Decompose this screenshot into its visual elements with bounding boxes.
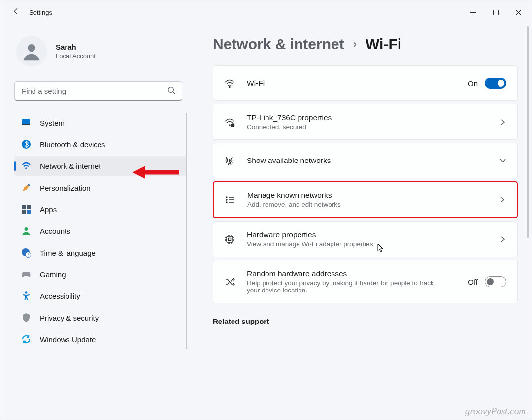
svg-rect-17 [232,124,234,127]
svg-point-21 [226,202,227,203]
svg-point-15 [229,86,230,87]
globe-clock-icon [21,248,31,258]
update-icon [21,334,31,344]
card-title: Show available networks [247,156,488,165]
related-support-heading: Related support [213,317,518,325]
bluetooth-icon [21,139,31,149]
chevron-right-icon [499,196,506,203]
svg-rect-10 [27,210,31,214]
nav-item-network[interactable]: Network & internet [14,156,187,176]
svg-rect-7 [22,205,26,209]
minimize-button[interactable] [462,4,484,20]
chevron-down-icon [499,157,506,164]
card-subtitle: Add, remove, and edit networks [247,201,487,208]
svg-point-2 [168,87,174,93]
wifi-icon [21,161,31,171]
svg-point-14 [25,291,28,294]
nav-item-bluetooth[interactable]: Bluetooth & devices [14,134,187,154]
wifi-toggle[interactable] [485,78,506,89]
card-hardware-properties[interactable]: Hardware properties View and manage Wi-F… [213,221,518,257]
nav-label: Gaming [40,270,66,279]
close-button[interactable] [507,4,530,20]
svg-point-11 [25,227,28,231]
card-title: Hardware properties [247,230,488,239]
sidebar: Sarah Local Account System Bluetooth & d… [0,24,195,420]
chevron-right-icon: › [353,38,357,51]
svg-point-6 [25,167,27,169]
back-button[interactable] [12,7,20,17]
nav-item-accessibility[interactable]: Accessibility [14,286,187,306]
nav-label: Bluetooth & devices [40,140,105,149]
nav-label: System [40,119,65,127]
apps-icon [21,204,31,214]
nav-list: System Bluetooth & devices Network & int… [14,113,187,349]
card-title: TP-Link_736C properties [247,113,488,122]
person-icon [21,226,31,236]
svg-rect-4 [22,124,30,126]
titlebar: Settings [0,0,532,24]
svg-rect-22 [227,236,233,242]
user-account-card[interactable]: Sarah Local Account [14,36,187,66]
card-subtitle: Connected, secured [247,123,488,130]
card-subtitle: Help protect your privacy by making it h… [247,279,434,294]
search-input[interactable] [14,81,182,101]
nav-label: Accounts [40,227,70,235]
card-connected-network[interactable]: TP-Link_736C properties Connected, secur… [213,104,518,140]
nav-label: Accessibility [40,292,80,300]
sidebar-scrollbar[interactable] [186,113,187,349]
card-available-networks[interactable]: Show available networks [213,143,518,178]
paintbrush-icon [21,183,31,193]
random-hardware-toggle[interactable] [485,276,506,287]
wifi-secured-icon [224,117,235,128]
window-title: Settings [29,9,52,16]
card-random-hardware-addresses[interactable]: Random hardware addresses Help protect y… [213,260,518,303]
main-content: Network & internet › Wi-Fi Wi-Fi On TP-L… [195,24,532,420]
toggle-state-label: On [468,79,478,88]
list-icon [225,194,235,205]
nav-label: Time & language [40,249,96,257]
svg-rect-8 [27,205,31,209]
gamepad-icon [21,269,31,279]
nav-item-gaming[interactable]: Gaming [14,264,187,284]
nav-label: Privacy & security [40,314,99,322]
svg-rect-23 [229,238,231,240]
nav-item-time-language[interactable]: Time & language [14,243,187,262]
breadcrumb-parent[interactable]: Network & internet [213,36,344,53]
main-scrollbar[interactable] [527,26,529,238]
card-title: Wi-Fi [247,79,456,88]
watermark: groovyPost.com [466,406,526,417]
nav-item-personalization[interactable]: Personalization [14,178,187,197]
nav-label: Windows Update [40,335,96,344]
card-manage-known-networks[interactable]: Manage known networks Add, remove, and e… [213,181,518,218]
card-wifi-toggle[interactable]: Wi-Fi On [213,65,518,101]
shield-icon [21,313,31,323]
svg-point-18 [229,160,231,161]
search-icon [167,86,175,96]
nav-label: Network & internet [40,162,100,170]
svg-rect-0 [493,10,498,15]
accessibility-icon [21,291,31,301]
svg-point-1 [28,44,35,52]
antenna-icon [224,155,235,166]
chevron-right-icon [499,119,506,126]
breadcrumb: Network & internet › Wi-Fi [213,36,518,53]
nav-item-privacy[interactable]: Privacy & security [14,308,187,327]
nav-label: Apps [40,205,57,214]
svg-point-19 [226,197,227,198]
wifi-icon [224,78,235,89]
maximize-button[interactable] [484,4,507,20]
chevron-right-icon [499,236,506,243]
nav-item-accounts[interactable]: Accounts [14,221,187,241]
nav-item-system[interactable]: System [14,113,187,132]
card-title: Manage known networks [247,191,487,200]
toggle-state-label: Off [468,278,478,286]
chip-icon [224,234,235,245]
shuffle-icon [224,276,235,287]
nav-item-apps[interactable]: Apps [14,199,187,219]
user-account-type: Local Account [56,52,96,60]
svg-point-20 [226,199,227,200]
nav-label: Personalization [40,184,91,192]
nav-item-update[interactable]: Windows Update [14,329,187,349]
avatar [16,36,47,66]
breadcrumb-current: Wi-Fi [366,36,401,53]
